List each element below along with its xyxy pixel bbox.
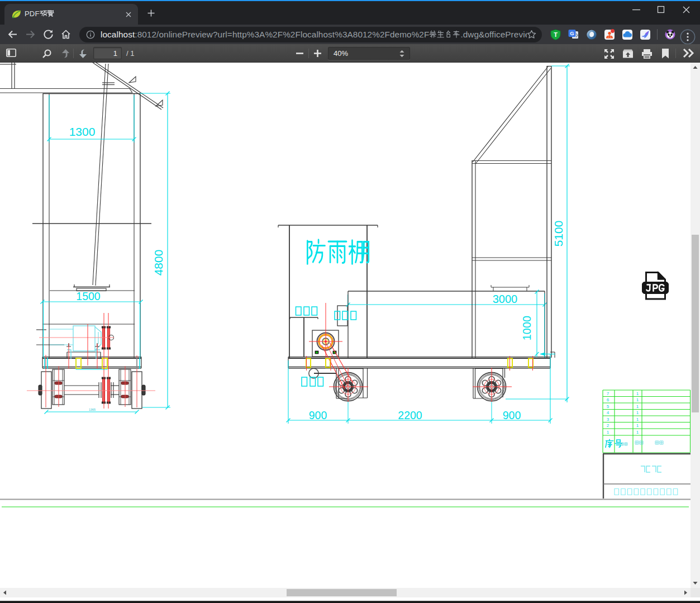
svg-text:5100: 5100 — [552, 221, 565, 247]
svg-text:1: 1 — [607, 430, 609, 435]
svg-text:7: 7 — [607, 391, 609, 396]
svg-text:1365: 1365 — [89, 408, 96, 411]
svg-text:1: 1 — [636, 430, 639, 435]
svg-text:1: 1 — [636, 417, 639, 422]
svg-text:1500: 1500 — [76, 290, 101, 302]
svg-text:3000: 3000 — [493, 293, 518, 305]
svg-text:1: 1 — [636, 397, 639, 402]
svg-text:6: 6 — [607, 397, 609, 402]
svg-text:900: 900 — [503, 409, 521, 421]
svg-text:1: 1 — [636, 404, 639, 409]
svg-text:900: 900 — [309, 409, 327, 421]
svg-text:1: 1 — [636, 410, 639, 415]
svg-text:3: 3 — [607, 417, 609, 422]
svg-text:1300: 1300 — [69, 125, 96, 138]
svg-text:1: 1 — [636, 391, 639, 396]
svg-text:T: T — [554, 31, 558, 38]
svg-text:4800: 4800 — [152, 250, 165, 276]
svg-text:5: 5 — [607, 404, 609, 409]
svg-text:G: G — [570, 30, 574, 36]
svg-text:2: 2 — [607, 423, 609, 428]
svg-text:1000: 1000 — [521, 316, 533, 341]
svg-text:2200: 2200 — [398, 409, 422, 421]
svg-text:1: 1 — [636, 423, 639, 428]
svg-text:4: 4 — [607, 410, 609, 415]
